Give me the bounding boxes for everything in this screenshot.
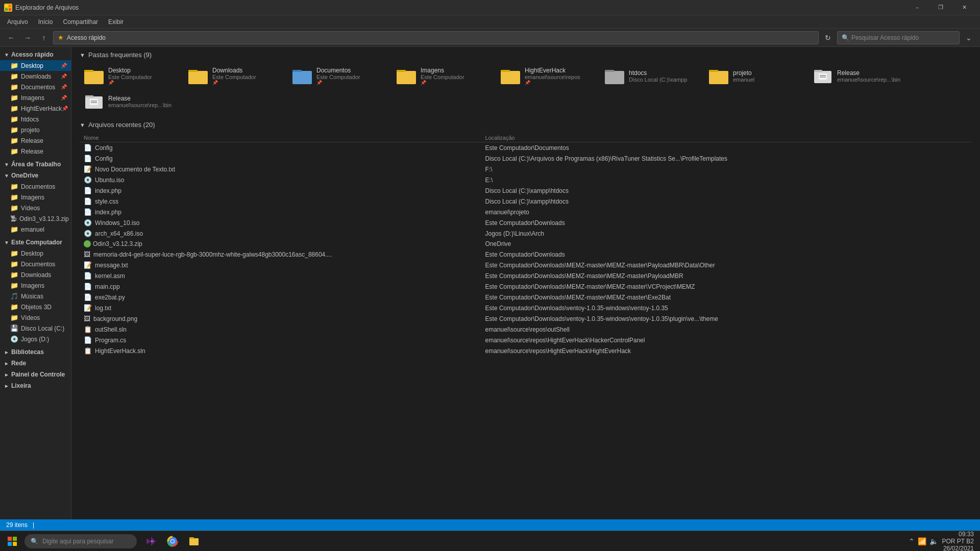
- sidebar-item-imagens[interactable]: 📁 Imagens 📌: [0, 92, 71, 103]
- menu-arquivo[interactable]: Arquivo: [2, 16, 33, 28]
- up-button[interactable]: ↑: [37, 31, 51, 45]
- taskbar-app-chrome[interactable]: [162, 531, 183, 552]
- table-row[interactable]: 📝 log.txt Este Computador\Downloads\vent…: [80, 303, 972, 313]
- table-row[interactable]: 💿 arch_x64_x86.iso Jogos (D:)\Linux\Arch: [80, 228, 972, 239]
- sidebar-item-onedrive-odin[interactable]: 🗜 Odin3_v3.12.3.zip: [0, 213, 71, 224]
- sidebar-item-onedrive-imagens[interactable]: 📁 Imagens: [0, 192, 71, 203]
- refresh-button[interactable]: ↻: [821, 31, 835, 45]
- sidebar-item-projeto[interactable]: 📁 projeto: [0, 124, 71, 135]
- sidebar-painel[interactable]: ► Painel de Controle: [0, 369, 71, 380]
- sidebar-bibliotecas[interactable]: ► Bibliotecas: [0, 346, 71, 358]
- file-path-cell: emanuel\source\repos\HightEverHack\Hacke…: [481, 335, 972, 345]
- folder-projeto[interactable]: projeto emanuel: [704, 64, 806, 88]
- table-row[interactable]: 📋 HightEverHack.sln emanuel\source\repos…: [80, 345, 972, 356]
- table-row[interactable]: 📄 Program.cs emanuel\source\repos\HightE…: [80, 335, 972, 345]
- sidebar-item-label: Downloads: [21, 271, 51, 279]
- restore-button[interactable]: ❐: [929, 0, 952, 15]
- sidebar-item-ec-objetos3d[interactable]: 📁 Objetos 3D: [0, 302, 71, 312]
- frequent-folders-header[interactable]: ▼ Pastas frequentes (9): [80, 51, 972, 59]
- folder-release-2[interactable]: Release emanuel\source\rep...\bin: [80, 90, 182, 113]
- table-row[interactable]: Odin3_v3.12.3.zip OneDrive: [80, 239, 972, 249]
- sidebar-item-ec-jogos-d[interactable]: 💿 Jogos (D:): [0, 334, 71, 344]
- table-row[interactable]: 📄 main.cpp Este Computador\Downloads\MEM…: [80, 281, 972, 292]
- table-row[interactable]: 📄 index.php Disco Local (C:)\xampp\htdoc…: [80, 185, 972, 196]
- folder-release-1[interactable]: Release emanuel\source\rep...\bin: [808, 64, 911, 88]
- folder-imagens[interactable]: Imagens Este Computador 📌: [392, 64, 494, 88]
- table-row[interactable]: 📄 index.php emanuel\projeto: [80, 207, 972, 217]
- sidebar-item-onedrive-videos[interactable]: 📁 Vídeos: [0, 203, 71, 213]
- taskbar-clock[interactable]: 09:33 POR PT B2 26/02/2021: [942, 531, 974, 552]
- sidebar-item-ec-documentos[interactable]: 📁 Documentos: [0, 259, 71, 269]
- table-row[interactable]: 📋 outShell.sln emanuel\source\repos\outS…: [80, 324, 972, 335]
- menu-inicio[interactable]: Início: [33, 16, 58, 28]
- sidebar-item-onedrive-emanuel[interactable]: 📁 emanuel: [0, 224, 71, 235]
- folder-htdocs[interactable]: htdocs Disco Local (C:)\xampp: [600, 64, 702, 88]
- sidebar-item-release-2[interactable]: 📁 Release: [0, 146, 71, 157]
- folder-icon: 📁: [10, 115, 18, 123]
- folder-desktop[interactable]: Desktop Este Computador 📌: [80, 64, 182, 88]
- table-row[interactable]: 💿 Ubuntu.iso E:\: [80, 174, 972, 185]
- sidebar-item-ec-downloads[interactable]: 📁 Downloads: [0, 269, 71, 280]
- caret-up-icon[interactable]: ⌃: [909, 537, 915, 545]
- menu-compartilhar[interactable]: Compartilhar: [58, 16, 103, 28]
- volume-icon[interactable]: 🔈: [929, 537, 938, 545]
- close-button[interactable]: ✕: [952, 0, 976, 15]
- table-row[interactable]: 📄 Config Disco Local (C:)\Arquivos de Pr…: [80, 153, 972, 164]
- sidebar-item-highteverhack[interactable]: 📁 HightEverHack 📌: [0, 103, 71, 114]
- folder-downloads[interactable]: Downloads Este Computador 📌: [184, 64, 286, 88]
- menu-exibir[interactable]: Exibir: [103, 16, 129, 28]
- address-bar[interactable]: ★ Acesso rápido: [53, 31, 819, 44]
- table-row[interactable]: 📝 message.txt Este Computador\Downloads\…: [80, 260, 972, 270]
- sidebar-item-ec-imagens[interactable]: 📁 Imagens: [0, 280, 71, 291]
- table-row[interactable]: 📄 kernel.asm Este Computador\Downloads\M…: [80, 270, 972, 281]
- folder-info-desktop: Desktop Este Computador 📌: [108, 67, 152, 85]
- sidebar-area-de-trabalho[interactable]: ▼ Área de Trabalho: [0, 159, 71, 170]
- minimize-button[interactable]: −: [905, 0, 929, 15]
- sidebar-item-ec-videos[interactable]: 📁 Vídeos: [0, 312, 71, 323]
- sidebar-lixeira[interactable]: ► Lixeira: [0, 380, 71, 391]
- sidebar-onedrive[interactable]: ▼ OneDrive: [0, 170, 71, 181]
- search-bar[interactable]: 🔍 Pesquisar Acesso rápido: [837, 31, 960, 44]
- expand-button[interactable]: ⌄: [962, 31, 976, 45]
- pin-badge: 📌: [421, 80, 464, 85]
- sidebar-item-label: Vídeos: [21, 314, 40, 321]
- recent-files-header[interactable]: ▼ Arquivos recentes (20): [80, 121, 972, 129]
- file-name-cell: 📋 outShell.sln: [80, 324, 481, 335]
- sidebar-este-computador[interactable]: ▼ Este Computador: [0, 237, 71, 248]
- table-row[interactable]: 📄 style.css Disco Local (C:)\xampp\htdoc…: [80, 196, 972, 207]
- taskbar-system-icons: ⌃ 📶 🔈: [909, 537, 938, 545]
- sidebar-item-documentos[interactable]: 📁 Documentos 📌: [0, 82, 71, 92]
- start-button[interactable]: [2, 531, 22, 552]
- table-row[interactable]: 🖼 background.png Este Computador\Downloa…: [80, 313, 972, 324]
- table-row[interactable]: 📄 exe2bat.py Este Computador\Downloads\M…: [80, 292, 972, 303]
- sidebar-rede[interactable]: ► Rede: [0, 358, 71, 369]
- back-button[interactable]: ←: [4, 31, 18, 45]
- forward-button[interactable]: →: [20, 31, 35, 45]
- sidebar-item-ec-disco-c[interactable]: 💾 Disco Local (C:): [0, 323, 71, 334]
- sidebar-quick-access[interactable]: ▼ Acesso rápido: [0, 49, 71, 60]
- taskbar-app-explorer[interactable]: [184, 531, 204, 552]
- sidebar-item-ec-musicas[interactable]: 🎵 Músicas: [0, 291, 71, 302]
- sidebar-item-desktop[interactable]: 📁 Desktop 📌: [0, 60, 71, 71]
- sidebar-item-onedrive-documentos[interactable]: 📁 Documentos: [0, 181, 71, 192]
- folder-highteverhack[interactable]: HightEverHack emanuel\source\repos 📌: [496, 64, 598, 88]
- table-row[interactable]: 📝 Novo Documento de Texto.txt F:\: [80, 164, 972, 174]
- sidebar-item-release-1[interactable]: 📁 Release: [0, 135, 71, 146]
- sidebar-item-downloads[interactable]: 📁 Downloads 📌: [0, 71, 71, 82]
- taskbar-search[interactable]: 🔍 Digite aqui para pesquisar: [24, 534, 137, 548]
- taskbar-app-visual-studio[interactable]: [141, 531, 161, 552]
- table-row[interactable]: 📄 Config Este Computador\Documentos: [80, 142, 972, 154]
- table-row[interactable]: 💿 Windows_10.iso Este Computador\Downloa…: [80, 217, 972, 228]
- file-path-cell: Este Computador\Downloads\ventoy-1.0.35-…: [481, 303, 972, 313]
- arrow-icon: ▼: [4, 173, 9, 179]
- sidebar-item-ec-desktop[interactable]: 📁 Desktop: [0, 248, 71, 259]
- folder-icon-imagens: [396, 68, 416, 84]
- sidebar-item-label: htdocs: [21, 116, 39, 123]
- sidebar-item-htdocs[interactable]: 📁 htdocs: [0, 114, 71, 124]
- content-area: ▼ Pastas frequentes (9) Desktop Este Com…: [71, 47, 980, 519]
- time-display: 09:33: [942, 531, 974, 538]
- recent-files-label: Arquivos recentes (20): [88, 121, 155, 129]
- table-row[interactable]: 🖼 memoria-ddr4-geil-super-luce-rgb-8gb-3…: [80, 249, 972, 260]
- folder-icon: 📁: [10, 183, 18, 190]
- folder-documentos[interactable]: Documentos Este Computador 📌: [288, 64, 390, 88]
